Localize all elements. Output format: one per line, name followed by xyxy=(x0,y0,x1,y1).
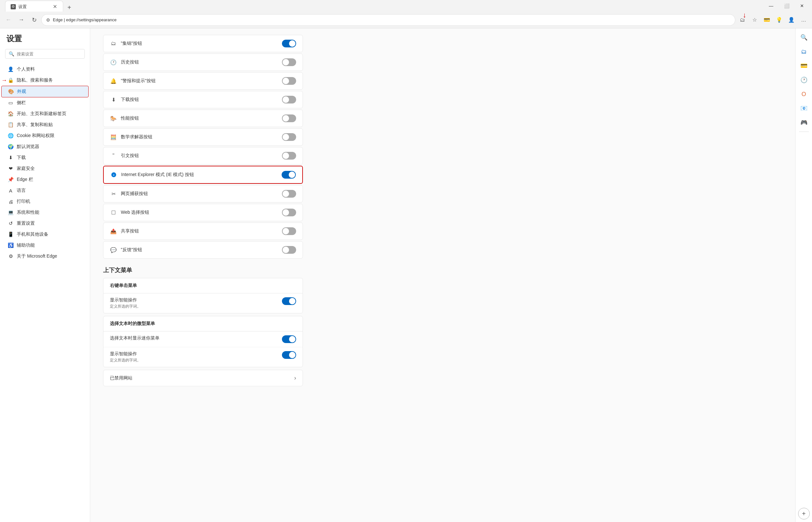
new-tab-button[interactable]: + xyxy=(64,3,74,12)
smart-actions-row: 显示智能操作 定义所选的字词。 xyxy=(103,294,303,313)
sidebar-item-start[interactable]: 🏠 开始、主页和新建标签页 xyxy=(1,108,89,119)
address-icon: ⚙ xyxy=(46,17,50,23)
sidebar-item-cookies[interactable]: 🌐 Cookie 和网站权限 xyxy=(1,130,89,141)
right-collections-icon[interactable]: 🗂 xyxy=(797,45,810,58)
downloads-icon: ⬇ xyxy=(8,155,14,161)
sidebar-item-privacy[interactable]: → 🔒 隐私、搜索和服务 xyxy=(1,75,89,86)
toggle-download[interactable] xyxy=(282,96,296,103)
minimize-button[interactable]: — xyxy=(764,1,778,11)
toggle-history[interactable] xyxy=(282,58,296,66)
toggle-citation[interactable] xyxy=(282,152,296,160)
search-input[interactable] xyxy=(17,52,81,56)
search-icon: 🔍 xyxy=(9,51,14,56)
sidebar-item-edgebar[interactable]: 📌 Edge 栏 xyxy=(1,174,89,185)
right-wallet-icon[interactable]: 💳 xyxy=(797,59,810,72)
profile-button[interactable]: 👤 xyxy=(786,14,797,26)
close-button[interactable]: ✕ xyxy=(795,1,809,11)
refresh-button[interactable]: ↻ xyxy=(28,14,40,26)
favorites-button[interactable]: ☆ xyxy=(749,14,761,26)
collections-button[interactable]: 🗂 xyxy=(736,14,748,26)
toggle-performance[interactable] xyxy=(282,115,296,122)
workspaces-button[interactable]: 💡 xyxy=(773,14,785,26)
toggle-capture[interactable] xyxy=(282,190,296,198)
sidebar-item-mobile[interactable]: 📱 手机和其他设备 xyxy=(1,229,89,240)
tab-icon: ⚙ xyxy=(11,4,16,9)
smart-actions-title: 显示智能操作 xyxy=(110,297,278,303)
right-games-icon[interactable]: 🎮 xyxy=(797,116,810,129)
right-click-menu-section: 右键单击菜单 显示智能操作 定义所选的字词。 xyxy=(103,278,303,314)
sidebar-item-system[interactable]: 💻 系统和性能 xyxy=(1,207,89,218)
about-icon: ⚙ xyxy=(8,254,14,259)
forward-button[interactable]: → xyxy=(16,14,27,26)
accessibility-icon: ♿ xyxy=(8,242,14,248)
setting-row-webselect: ☐ Web 选择按钮 xyxy=(103,204,303,221)
share-icon: 📋 xyxy=(8,122,14,128)
window-controls: — ⬜ ✕ xyxy=(764,1,809,11)
toggle-math[interactable] xyxy=(282,133,296,141)
right-click-menu-header: 右键单击菜单 xyxy=(103,278,303,294)
sidebar-item-accessibility[interactable]: ♿ 辅助功能 xyxy=(1,240,89,251)
toggle-feedback[interactable] xyxy=(282,246,296,254)
show-mini-text: 选择文本时显示迷你菜单 xyxy=(110,335,278,341)
language-icon: A xyxy=(8,188,14,194)
mini-menu-header: 选择文本时的微型菜单 xyxy=(103,316,303,332)
label-collections: "集锦"按钮 xyxy=(121,41,278,46)
system-icon: 💻 xyxy=(8,209,14,215)
right-add-button[interactable]: + xyxy=(798,508,810,519)
back-button[interactable]: ← xyxy=(3,14,14,26)
label-alerts: "警报和提示"按钮 xyxy=(121,78,278,84)
setting-row-performance: 🐎 性能按钮 xyxy=(103,109,303,127)
reset-icon: ↺ xyxy=(8,221,14,226)
address-bar[interactable]: ⚙ Edge | edge://settings/appearance xyxy=(41,14,735,26)
smart-actions2-sub: 定义所选的字词。 xyxy=(110,358,278,363)
sidebar-item-print[interactable]: 🖨 打印机 xyxy=(1,196,89,207)
cookies-icon: 🌐 xyxy=(8,133,14,139)
tab-close-button[interactable]: ✕ xyxy=(52,3,58,10)
right-office-icon[interactable]: O xyxy=(797,88,810,101)
icon-capture: ✂ xyxy=(110,190,117,197)
maximize-button[interactable]: ⬜ xyxy=(779,1,794,11)
label-history: 历史按钮 xyxy=(121,59,278,65)
menu-button[interactable]: … xyxy=(798,14,809,26)
smart-actions2-text: 显示智能操作 定义所选的字词。 xyxy=(110,351,278,363)
toggle-collections[interactable] xyxy=(282,40,296,47)
sidebar-item-share[interactable]: 📋 共享、复制和粘贴 xyxy=(1,119,89,130)
icon-webselect: ☐ xyxy=(110,209,117,216)
sidebar-item-profile[interactable]: 👤 个人资料 xyxy=(1,64,89,75)
settings-tab[interactable]: ⚙ 设置 ✕ xyxy=(5,1,63,12)
toggle-iemode[interactable] xyxy=(282,171,296,179)
right-outlook-icon[interactable]: 📧 xyxy=(797,102,810,115)
sidebar-item-label: 个人资料 xyxy=(17,66,35,72)
sidebar-item-language[interactable]: A 语言 xyxy=(1,185,89,196)
navigation-bar: ← → ↻ ⚙ Edge | edge://settings/appearanc… xyxy=(0,12,812,28)
right-search-icon[interactable]: 🔍 xyxy=(797,31,810,44)
smart-actions-toggle[interactable] xyxy=(282,297,296,305)
context-menu-section-header: 上下文菜单 xyxy=(103,260,303,278)
wallet-button[interactable]: 💳 xyxy=(761,14,773,26)
search-box[interactable]: 🔍 xyxy=(5,49,85,59)
toggle-webselect[interactable] xyxy=(282,208,296,216)
sidebar-item-browser[interactable]: 🌍 默认浏览器 xyxy=(1,141,89,152)
sidebar-item-label: 打印机 xyxy=(17,199,30,204)
label-download: 下载按钮 xyxy=(121,97,278,102)
sidebar-item-downloads[interactable]: ⬇ 下载 xyxy=(1,152,89,163)
blocked-sites-row[interactable]: 已禁用网站 › xyxy=(103,370,303,386)
sidebar-item-about[interactable]: ⚙ 关于 Microsoft Edge xyxy=(1,251,89,262)
show-mini-toggle[interactable] xyxy=(282,335,296,343)
smart-actions-sub: 定义所选的字词。 xyxy=(110,304,278,309)
label-webselect: Web 选择按钮 xyxy=(121,209,278,215)
sidebar-item-family[interactable]: ❤ 家庭安全 xyxy=(1,163,89,174)
smart-actions2-toggle[interactable] xyxy=(282,351,296,359)
setting-row-download: ⬇ 下载按钮 xyxy=(103,91,303,108)
setting-row-capture: ✂ 网页捕获按钮 xyxy=(103,185,303,202)
tab-title: 设置 xyxy=(18,4,49,10)
sidebar-item-label: 侧栏 xyxy=(17,100,26,106)
toggle-share2[interactable] xyxy=(282,227,296,235)
sidebar-item-appearance[interactable]: 🎨 外观 xyxy=(1,86,89,97)
toggle-alerts[interactable] xyxy=(282,77,296,85)
sidebar-item-sidebar[interactable]: ▭ 侧栏 xyxy=(1,97,89,108)
sidebar-item-reset[interactable]: ↺ 重置设置 xyxy=(1,218,89,229)
right-history-icon[interactable]: 🕐 xyxy=(797,74,810,86)
icon-feedback: 💬 xyxy=(110,246,117,254)
tab-bar: ⚙ 设置 ✕ + xyxy=(3,0,77,12)
